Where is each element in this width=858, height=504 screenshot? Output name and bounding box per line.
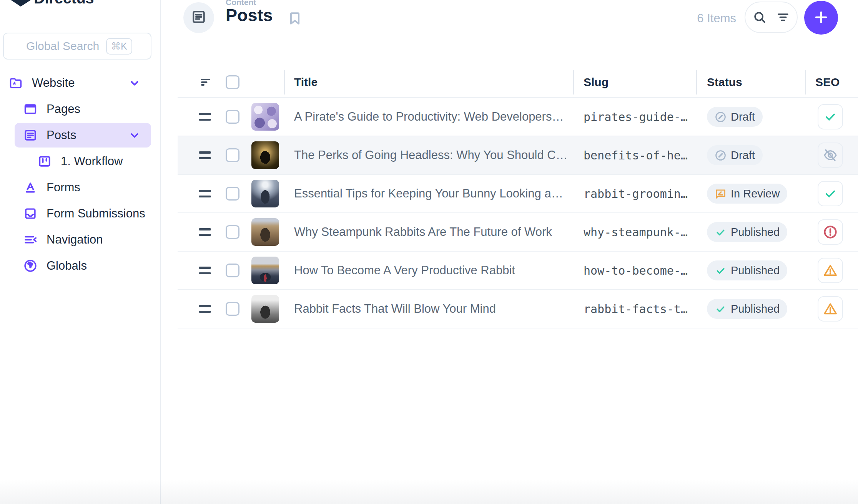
row-checkbox[interactable] [226,187,239,201]
column-header-title[interactable]: Title [284,70,573,94]
error-icon [823,225,838,239]
pages-icon [23,102,38,116]
sidebar-item-label: Form Submissions [47,207,145,220]
filter-icon[interactable] [776,10,790,25]
draft-icon [715,111,727,123]
add-item-button[interactable] [804,1,838,35]
search-shortcut-badge: ⌘K [106,38,132,55]
drag-handle-icon[interactable] [199,305,213,313]
table-row[interactable]: Essential Tips for Keeping Your Bunny Lo… [178,175,858,213]
status-badge: Published [707,299,787,319]
warning-icon [823,263,838,278]
review-icon [715,188,727,200]
post-slug: rabbit-facts-t… [584,302,707,316]
post-title: The Perks of Going Headless: Why You Sho… [294,148,584,162]
collection-icon-button[interactable] [183,2,214,33]
drag-handle-icon[interactable] [199,151,213,159]
folder-star-icon [8,76,23,90]
post-slug: how-to-become-… [584,264,707,277]
row-checkbox[interactable] [226,110,239,124]
sidebar-item-posts[interactable]: Posts [0,122,160,148]
sidebar-item-workflow[interactable]: 1. Workflow [0,148,160,174]
forms-icon [23,180,38,195]
sidebar-item-navigation[interactable]: Navigation [0,227,160,253]
seo-status-indicator [818,296,843,322]
table-row[interactable]: How To Become A Very Productive Rabbit h… [178,252,858,290]
search-icon[interactable] [752,10,767,25]
posts-table: Title Slug Status SEO A Pirate's Guide t… [178,67,858,328]
row-checkbox[interactable] [226,225,239,239]
seo-status-indicator [818,181,843,206]
directus-logo-icon [11,0,31,7]
article-icon [190,8,207,27]
drag-handle-icon[interactable] [199,267,213,274]
status-badge: Published [707,260,787,280]
navigation-list-icon [23,232,38,247]
post-title: Why Steampunk Rabbits Are The Future of … [294,225,584,239]
sidebar-item-label: Navigation [47,233,103,247]
sidebar-item-label: Posts [47,128,76,142]
drag-handle-icon[interactable] [199,190,213,197]
sidebar-nav: Website Pages [0,70,160,279]
search-filter-pill [745,2,798,33]
post-title: Rabbit Facts That Will Blow Your Mind [294,302,584,316]
sidebar: Directus Global Search ⌘K Website [0,0,161,504]
post-slug: pirates-guide-… [584,110,707,124]
row-checkbox[interactable] [226,264,239,277]
sidebar-item-label: Forms [47,181,80,194]
column-header-status[interactable]: Status [696,70,805,94]
check-icon [715,265,727,277]
column-header-slug[interactable]: Slug [573,70,696,94]
drag-handle-icon[interactable] [199,113,213,121]
table-header-row: Title Slug Status SEO [178,67,858,98]
sidebar-item-label: Website [32,76,75,90]
row-checkbox[interactable] [226,302,239,316]
sidebar-item-globals[interactable]: Globals [0,253,160,279]
row-thumbnail [251,295,279,323]
post-title: A Pirate's Guide to Productivity: Web De… [294,110,584,124]
row-thumbnail [251,103,279,131]
seo-status-indicator [818,104,843,129]
column-header-seo[interactable]: SEO [805,70,858,94]
seo-status-indicator [818,143,843,168]
globe-icon [23,259,38,273]
status-badge: Published [707,222,787,242]
status-badge: Draft [707,145,763,165]
select-all-checkbox[interactable] [226,75,239,89]
table-row[interactable]: Why Steampunk Rabbits Are The Future of … [178,213,858,252]
row-thumbnail [251,180,279,207]
sidebar-item-label: Pages [47,102,80,116]
seo-status-indicator [818,258,843,283]
check-icon [823,109,838,124]
page-title: Posts [226,5,273,25]
chevron-down-icon[interactable] [128,128,141,142]
manual-sort-icon[interactable] [199,75,213,89]
chevron-down-icon[interactable] [128,76,141,90]
check-icon [715,303,727,315]
plus-icon [812,8,830,28]
sidebar-item-form-submissions[interactable]: Form Submissions [0,201,160,227]
global-search-input[interactable]: Global Search ⌘K [3,33,151,60]
check-icon [715,226,727,238]
table-row[interactable]: The Perks of Going Headless: Why You Sho… [178,136,858,175]
warning-icon [823,302,838,316]
sidebar-item-pages[interactable]: Pages [0,96,160,122]
drag-handle-icon[interactable] [199,228,213,236]
main-content: Content Posts 6 Items [161,0,858,504]
status-badge: Draft [707,107,763,127]
workflow-kanban-icon [37,154,52,169]
post-title: How To Become A Very Productive Rabbit [294,264,584,277]
post-slug: why-steampunk-… [584,225,707,239]
sidebar-item-label: 1. Workflow [61,154,123,168]
items-count: 6 Items [697,12,736,25]
table-row[interactable]: A Pirate's Guide to Productivity: Web De… [178,98,858,136]
eye-off-icon [823,148,838,162]
post-slug: rabbit-groomin… [584,187,707,201]
post-title: Essential Tips for Keeping Your Bunny Lo… [294,187,584,201]
sidebar-item-forms[interactable]: Forms [0,174,160,201]
bookmark-icon[interactable] [286,10,303,27]
row-checkbox[interactable] [226,148,239,162]
sidebar-item-website[interactable]: Website [0,70,160,96]
status-badge: In Review [707,184,787,204]
table-row[interactable]: Rabbit Facts That Will Blow Your Mind ra… [178,290,858,328]
